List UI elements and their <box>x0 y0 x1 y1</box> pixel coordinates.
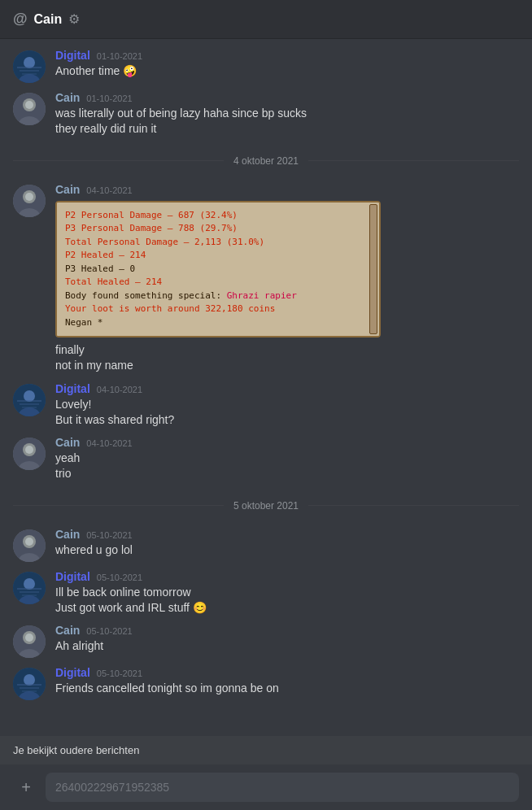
message-group: Cain 05-10-2021 Ah alright <box>0 621 532 661</box>
bottom-bar: Je bekijkt oudere berichten + <box>0 736 532 810</box>
message-header: Digital 04-10-2021 <box>55 382 519 395</box>
timestamp: 01-10-2021 <box>97 51 142 61</box>
message-group: Cain 05-10-2021 whered u go lol <box>0 525 532 565</box>
message-group: Digital 01-10-2021 Another time 🤪 <box>0 46 532 86</box>
message-content: Digital 04-10-2021 Lovely! But it was sh… <box>55 382 519 429</box>
username: Cain <box>55 91 80 104</box>
message-header: Cain 04-10-2021 <box>55 183 519 196</box>
avatar <box>13 668 46 700</box>
avatar <box>13 438 46 470</box>
avatar <box>13 572 46 604</box>
username: Digital <box>55 382 90 395</box>
stat-line: Body found something special: Ghrazi rap… <box>65 290 371 303</box>
svg-point-27 <box>25 538 33 546</box>
message-text: Another time 🤪 <box>55 63 519 79</box>
message-input-area: + <box>0 764 532 810</box>
scrollbar[interactable] <box>369 204 377 335</box>
message-header: Cain 04-10-2021 <box>55 436 519 449</box>
message-content: Digital 05-10-2021 Ill be back online to… <box>55 570 519 616</box>
timestamp: 01-10-2021 <box>86 94 132 103</box>
stat-line: P3 Personal Damage – 788 (29.7%) <box>65 222 371 236</box>
username: Digital <box>55 666 90 679</box>
at-symbol: @ <box>13 11 28 28</box>
message-group: Cain 04-10-2021 P2 Personal Damage – 687… <box>0 180 532 377</box>
message-text: Lovely! But it was shared right? <box>55 397 519 429</box>
channel-title: Cain <box>34 12 63 27</box>
svg-point-29 <box>24 578 35 590</box>
message-content: Cain 04-10-2021 P2 Personal Damage – 687… <box>55 183 519 374</box>
message-input[interactable] <box>46 773 519 802</box>
message-content: Digital 01-10-2021 Another time 🤪 <box>55 49 519 83</box>
timestamp: 05-10-2021 <box>97 573 142 582</box>
svg-rect-43 <box>22 690 37 692</box>
date-divider: 5 oktober 2021 <box>0 487 532 525</box>
svg-rect-4 <box>20 70 39 72</box>
svg-point-15 <box>24 390 35 402</box>
channel-header: @ Cain ⚙ <box>0 0 532 39</box>
timestamp: 05-10-2021 <box>86 530 132 540</box>
avatar <box>13 529 46 562</box>
avatar <box>13 625 46 658</box>
stat-line: P3 Healed – 0 <box>65 263 371 277</box>
message-header: Digital 05-10-2021 <box>55 666 519 679</box>
message-content: Cain 04-10-2021 yeah trio <box>55 436 519 482</box>
svg-rect-18 <box>20 403 39 405</box>
message-group: Cain 04-10-2021 yeah trio <box>0 433 532 486</box>
message-content: Digital 05-10-2021 Friends cancelled ton… <box>55 666 519 700</box>
svg-point-23 <box>25 446 33 454</box>
message-text: Ah alright <box>55 638 519 654</box>
timestamp: 05-10-2021 <box>97 668 142 678</box>
stat-line: Your loot is worth around 322,180 coins <box>65 303 371 316</box>
username: Cain <box>55 528 80 541</box>
viewing-older-banner: Je bekijkt oudere berichten <box>0 736 532 764</box>
message-text: yeah trio <box>55 451 519 482</box>
svg-point-13 <box>25 193 33 201</box>
stat-line: Total Healed – 214 <box>65 276 371 290</box>
svg-rect-42 <box>20 687 39 689</box>
message-header: Cain 05-10-2021 <box>55 624 519 637</box>
svg-rect-31 <box>17 588 41 590</box>
avatar <box>13 50 46 83</box>
message-text: was literally out of being lazy haha sin… <box>55 106 519 137</box>
username: Cain <box>55 624 80 637</box>
svg-point-1 <box>24 57 35 68</box>
avatar <box>13 384 46 416</box>
stat-line: Negan * <box>65 316 371 330</box>
svg-rect-41 <box>17 684 41 686</box>
svg-rect-3 <box>17 67 41 68</box>
username: Cain <box>55 183 80 196</box>
stat-line: P2 Healed – 214 <box>65 249 371 263</box>
message-text: whered u go lol <box>55 542 519 558</box>
username: Digital <box>55 49 90 62</box>
avatar <box>13 185 46 217</box>
stat-line: Total Personal Damage – 2,113 (31.0%) <box>65 236 371 250</box>
add-attachment-button[interactable]: + <box>13 774 39 800</box>
message-group: Digital 04-10-2021 Lovely! But it was sh… <box>0 379 532 432</box>
svg-rect-32 <box>20 591 39 593</box>
message-content: Cain 01-10-2021 was literally out of bei… <box>55 91 519 137</box>
message-text: Friends cancelled tonight so im gonna be… <box>55 681 519 696</box>
message-header: Digital 05-10-2021 <box>55 570 519 583</box>
timestamp: 04-10-2021 <box>86 185 132 195</box>
embed-container: P2 Personal Damage – 687 (32.4%) P3 Pers… <box>55 201 381 338</box>
game-screenshot: P2 Personal Damage – 687 (32.4%) P3 Pers… <box>55 201 381 338</box>
svg-point-9 <box>25 101 33 109</box>
message-text: Ill be back online tomorrow Just got wor… <box>55 585 519 616</box>
message-group: Cain 01-10-2021 was literally out of bei… <box>0 88 532 141</box>
stat-line: P2 Personal Damage – 687 (32.4%) <box>65 209 371 223</box>
timestamp: 04-10-2021 <box>97 385 142 394</box>
svg-point-37 <box>25 634 33 642</box>
username: Digital <box>55 570 90 583</box>
settings-icon[interactable]: ⚙ <box>68 11 80 27</box>
message-content: Cain 05-10-2021 whered u go lol <box>55 528 519 562</box>
message-group: Digital 05-10-2021 Ill be back online to… <box>0 567 532 620</box>
message-text: finally not in my name <box>55 342 519 374</box>
svg-rect-5 <box>22 73 37 75</box>
messages-container: Digital 01-10-2021 Another time 🤪 Cain 0… <box>0 39 532 786</box>
avatar <box>13 93 46 125</box>
svg-point-39 <box>24 674 35 686</box>
svg-rect-33 <box>22 594 37 596</box>
timestamp: 04-10-2021 <box>86 438 132 448</box>
message-header: Cain 05-10-2021 <box>55 528 519 541</box>
timestamp: 05-10-2021 <box>86 626 132 636</box>
